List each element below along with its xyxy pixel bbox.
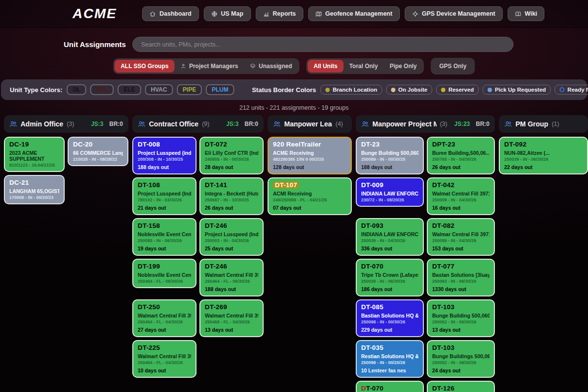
unit-meta: 200/308 - IN - 10/30/25	[138, 157, 191, 162]
unit-id: DT-23	[361, 141, 418, 148]
unit-card-dt-269[interactable]: DT-269 Walmart Central Fill 3971... 2504…	[199, 299, 264, 337]
nav-button-gps-device-management[interactable]: GPS Device Management	[405, 6, 503, 21]
search-input[interactable]	[132, 37, 514, 52]
group-column-contract-office: Contract Office (9) JS:3 BR:0 DT-008 Pro…	[132, 115, 264, 378]
status-badge-on-jobsite[interactable]: On Jobsite	[386, 85, 432, 95]
unit-card-dc-19[interactable]: DC-19 2023 ACME SUPPLEMENT 810/1223 - 16…	[4, 137, 65, 172]
nav-button-dashboard[interactable]: Dashboard	[142, 6, 198, 21]
unit-id: DT-082	[432, 222, 490, 229]
unit-card-dt-250[interactable]: DT-250 Walmart Central Fill 3971... 2504…	[132, 299, 196, 337]
filter-toral-only[interactable]: Toral Only	[343, 60, 384, 73]
unit-card-dpt-23[interactable]: DPT-23 Buree Building,500,06... 250765 -…	[427, 137, 495, 174]
unit-meta: 250089 - IN - 04/30/26	[432, 238, 490, 243]
unit-card-dt-072[interactable]: DT-072 Eli Lilly Conf CTR (Indpls) 24085…	[199, 137, 264, 174]
unit-card-dt-009[interactable]: DT-009 INDIANA LAW ENFORCE... 230/72 - I…	[356, 177, 424, 207]
status-badge-ready-for-inventory[interactable]: Ready for inventory	[555, 85, 588, 95]
unit-type-badge-pipe[interactable]: PIPE	[177, 84, 202, 95]
filter-unassigned[interactable]: Unassigned	[244, 60, 298, 73]
unit-meta: 810/1223 - 16.04/21/25	[9, 163, 59, 168]
unit-meta: 240855 - IN - 00/30/26	[205, 157, 258, 162]
group-header-pm-group[interactable]: PM Group (1)	[499, 115, 588, 133]
unit-card-920-reeltrailer[interactable]: 920 ReelTrailer ACME Receiving 482280385…	[268, 137, 352, 174]
unit-card-dt-103[interactable]: DT-103 Bunge Buildings 500,060... 250052…	[427, 340, 495, 378]
board-stats: 212 units - 221 assignments - 19 groups	[0, 104, 588, 111]
unit-card-dt-107[interactable]: DT-107 ACMI Receiving 246/250989 - PL - …	[268, 177, 352, 215]
group-column-pm-group: PM Group (1) DT-092 NUN-082,Aitzee (... …	[499, 115, 588, 174]
nav-button-us-map[interactable]: US Map	[204, 6, 251, 21]
group-count: (4)	[336, 121, 343, 127]
unit-card-dt-108[interactable]: DT-108 Project Lusspeed (Indpls) 780102 …	[132, 177, 196, 215]
unit-card-dt-085[interactable]: DT-085 Bastian Solutions HQ & C... 25009…	[356, 299, 424, 337]
unit-days-out: 13 days out	[205, 327, 258, 333]
status-dot	[325, 88, 330, 92]
unit-card-dt-077[interactable]: DT-077 Bastan Solutions [3luayeñ... 2500…	[427, 259, 495, 296]
unit-project: ACMI Receiving	[273, 191, 346, 196]
unit-id: DT-103	[432, 344, 490, 351]
status-badge-branch-location[interactable]: Branch Location	[320, 85, 382, 95]
filter-all-sso-groups[interactable]: ALL SSO Groups	[115, 60, 174, 73]
group-header-admin-office[interactable]: Admin Office (3) JS:3 BR:0	[4, 115, 128, 133]
unit-days-out: 336 days out	[361, 245, 418, 251]
unit-card-dt-158[interactable]: DT-158 Noblesville Event Center ... 2500…	[132, 218, 196, 256]
unit-card-dt-093[interactable]: DT-093 INDIANA LAW ENFORCE... 250039 - I…	[356, 218, 424, 256]
unit-card-dt-246[interactable]: DT-246 Project Lusspeed (Indpls) 250003 …	[199, 218, 264, 256]
nav-button-geofence-management[interactable]: Geofence Management	[308, 6, 400, 21]
unit-card-dt-042[interactable]: DT-042 Walmat Central Fill 3971... 25000…	[427, 177, 495, 215]
unit-card-dt-23[interactable]: DT-23 Bunge Building 500,060... 250089 -…	[356, 137, 424, 174]
unit-meta: 210028 - IN - 08/28/22	[73, 157, 123, 162]
filter-label: Toral Only	[349, 63, 378, 70]
nav-button-reports[interactable]: Reports	[256, 6, 303, 21]
unit-project: Restian Solutions HQ & C...	[361, 353, 418, 359]
nav-button-wiki[interactable]: Wiki	[508, 6, 545, 21]
unit-card-dt-126[interactable]: DT-126 Hamilton Co Public Safet... 26078…	[427, 381, 495, 392]
unit-card-dt-070[interactable]: DT-070 Tripe Tb Crown (Lafayet... 250039…	[356, 259, 424, 296]
status-label: Ready for inventory	[567, 87, 588, 93]
globe-icon	[211, 11, 218, 17]
unit-days-out: 24 days out	[432, 368, 490, 373]
status-badge-reserved[interactable]: Reserved	[436, 85, 479, 95]
unit-card-dt-246[interactable]: DT-246 Walmart Central Fill 3971... 2504…	[199, 259, 264, 296]
users-icon	[273, 120, 281, 128]
group-header-manpower-leads[interactable]: Manpower Leads (4)	[268, 115, 352, 133]
unit-card-dt-225[interactable]: DT-225 Walmart Central Fill 3971... 2504…	[132, 340, 196, 378]
group-title: Manpower Leads	[284, 120, 332, 128]
unit-type-badge-ele[interactable]: ELE	[118, 84, 141, 95]
unit-type-badge-dl[interactable]: DL	[67, 84, 86, 95]
unit-card-dc-20[interactable]: DC-20 66 COMMERCE Langham... 210028 - IN…	[68, 137, 128, 166]
filter-all-units[interactable]: All Units	[308, 60, 343, 73]
unit-project: 2023 ACME SUPPLEMENT	[9, 150, 59, 162]
unit-id: DT-077	[432, 263, 490, 270]
status-badge-pick-up-requested[interactable]: Pick Up Requested	[483, 85, 551, 95]
unit-card-dt-070[interactable]: DT-070 Hamilton Co Public Safet... 26073…	[356, 381, 424, 392]
unit-days-out: 128 days out	[273, 164, 346, 170]
filter-pipe-only[interactable]: Pipe Only	[384, 60, 422, 73]
unit-card-dt-199[interactable]: DT-199 Noblesville Event Center .. 25046…	[132, 259, 196, 288]
unit-id: DT-141	[205, 181, 258, 189]
group-header-manpower-project-ma[interactable]: Manpower Project Ma... (3) JS:23 BR:0	[356, 115, 495, 133]
unit-type-badge-hvac[interactable]: HVAC	[145, 84, 173, 95]
unit-days-out: 28 days out	[205, 164, 258, 170]
unit-card-dt-082[interactable]: DT-082 Walmar Central Fill 3971... 25008…	[427, 218, 495, 256]
unit-card-dt-035[interactable]: DT-035 Restian Solutions HQ & C... 25009…	[356, 340, 424, 378]
gps-only-button[interactable]: GPS Only	[431, 58, 474, 74]
brand-logo: ACME	[73, 6, 117, 22]
subheader: Unit Assignments ALL SSO GroupsProject M…	[0, 28, 588, 74]
status-dot	[560, 87, 564, 92]
group-filter-segment: ALL SSO GroupsProject ManagersUnassigned	[113, 58, 299, 74]
unit-project: INDIANA LAW ENFORCE...	[361, 231, 418, 237]
unit-card-dt-103[interactable]: DT-103 Bunge Building 500,060... 250062 …	[427, 299, 495, 337]
unit-card-dt-092[interactable]: DT-092 NUN-082,Aitzee (... 250039 - IN -…	[499, 137, 588, 174]
unit-card-dc-21[interactable]: DC-21 LANGHAM 65,OGISTICS... 170008 - IN…	[4, 175, 65, 204]
unit-days-out: 229 days out	[361, 327, 418, 333]
unit-card-dt-141[interactable]: DT-141 Integra - Beckett (Hutch... 25068…	[199, 177, 264, 215]
group-header-contract-office[interactable]: Contract Office (9) JS:3 BR:0	[132, 115, 264, 133]
status-dot	[391, 88, 395, 92]
unit-type-badge-del[interactable]: DEL	[90, 84, 114, 95]
group-cards: DT-008 Project Lusspeed (indpls) 200/308…	[132, 137, 264, 378]
unit-meta: 250085 - IN - 06/30/26	[138, 238, 191, 243]
unit-card-dt-008[interactable]: DT-008 Project Lusspeed (indpls) 200/308…	[132, 137, 196, 174]
unit-project: INDIANA LAW ENFORCE...	[361, 191, 418, 196]
unit-days-out: 188 days out	[361, 164, 418, 170]
filter-project-managers[interactable]: Project Managers	[174, 60, 244, 73]
unit-type-badge-plum[interactable]: PLUM	[206, 84, 234, 95]
